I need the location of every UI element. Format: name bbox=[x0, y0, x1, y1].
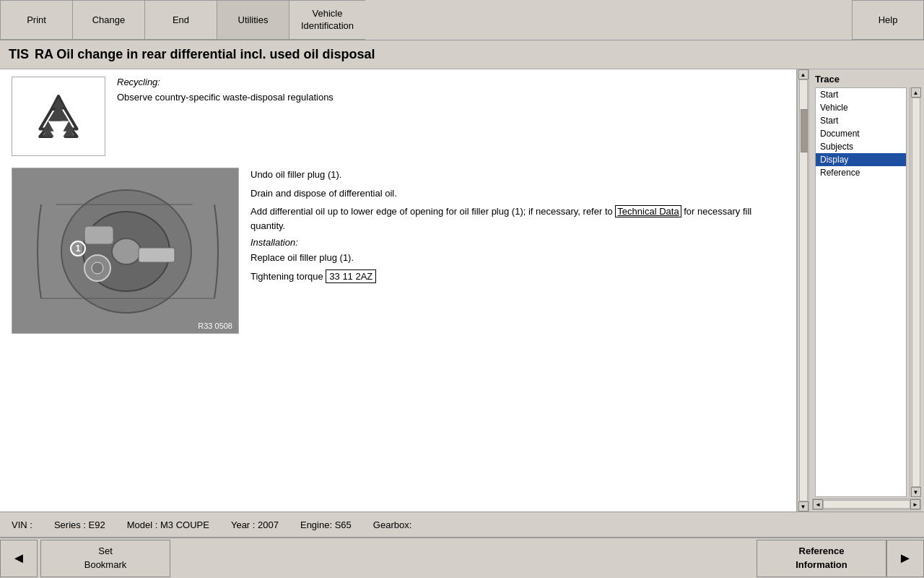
print-button[interactable]: Print bbox=[0, 0, 72, 40]
trace-panel: Trace Start Vehicle Start Document Subje… bbox=[808, 69, 924, 512]
trace-item-display[interactable]: Display bbox=[816, 153, 906, 166]
year-field: Year : 2007 bbox=[231, 519, 279, 530]
oil-change-section: 1 R33 0508 Undo oil filler plug (1). Dra… bbox=[12, 168, 785, 334]
content-scrollbar: ▲ ▼ bbox=[797, 69, 808, 512]
recycling-label: Recycling: bbox=[117, 77, 785, 87]
svg-point-11 bbox=[92, 262, 103, 274]
trace-h-track[interactable] bbox=[823, 500, 910, 509]
torque-value[interactable]: 33 11 2AZ bbox=[326, 269, 376, 283]
set-bookmark-button[interactable]: Set Bookmark bbox=[40, 540, 170, 577]
installation-label: Installation: bbox=[250, 237, 785, 248]
recycle-icon bbox=[30, 87, 87, 145]
trace-item-start1[interactable]: Start bbox=[816, 88, 906, 101]
gearbox-label: Gearbox: bbox=[373, 519, 411, 530]
bottom-bar: ◄ Set Bookmark Reference Information ► bbox=[0, 538, 924, 578]
trace-item-start2[interactable]: Start bbox=[816, 114, 906, 127]
scroll-thumb[interactable] bbox=[801, 109, 808, 152]
circle-number-1: 1 bbox=[70, 241, 86, 256]
engine-value: S65 bbox=[335, 519, 352, 530]
trace-scroll-left[interactable]: ◄ bbox=[813, 499, 823, 509]
content-area: Recycling: Observe country-specific wast… bbox=[0, 69, 797, 512]
main-area: Recycling: Observe country-specific wast… bbox=[0, 69, 924, 512]
year-value: 2007 bbox=[258, 519, 279, 530]
trace-item-vehicle[interactable]: Vehicle bbox=[816, 101, 906, 114]
scroll-down-arrow[interactable]: ▼ bbox=[798, 501, 808, 512]
instruction-1: Undo oil filler plug (1). bbox=[250, 168, 785, 182]
engine-field: Engine: S65 bbox=[300, 519, 352, 530]
forward-button[interactable]: ► bbox=[886, 540, 924, 577]
scroll-track[interactable] bbox=[799, 79, 808, 501]
instruction-3: Add differential oil up to lower edge of… bbox=[250, 204, 785, 233]
image-label: R33 0508 bbox=[198, 322, 232, 330]
toolbar: Print Change End Utilities Vehicle Ident… bbox=[0, 0, 924, 40]
trace-scroll-up[interactable]: ▲ bbox=[911, 87, 921, 98]
recycle-image bbox=[12, 77, 105, 156]
differential-image: 1 R33 0508 bbox=[12, 168, 239, 334]
end-button[interactable]: End bbox=[144, 0, 217, 40]
tightening-prefix: Tightening torque bbox=[250, 271, 326, 282]
svg-rect-4 bbox=[84, 226, 113, 244]
trace-scroll-down[interactable]: ▼ bbox=[911, 487, 921, 497]
vin-label: VIN : bbox=[12, 519, 32, 530]
help-button[interactable]: Help bbox=[852, 0, 924, 40]
status-bar: VIN : Series : E92 Model : M3 COUPE Year… bbox=[0, 512, 924, 538]
series-value: E92 bbox=[89, 519, 105, 530]
change-button[interactable]: Change bbox=[72, 0, 144, 40]
content-scroll-wrapper: Recycling: Observe country-specific wast… bbox=[0, 69, 808, 512]
model-field: Model : M3 COUPE bbox=[127, 519, 209, 530]
technical-data-link[interactable]: Technical Data bbox=[615, 205, 681, 217]
title-text: RA Oil change in rear differential incl.… bbox=[35, 47, 375, 62]
instruction-2: Drain and dispose of differential oil. bbox=[250, 186, 785, 201]
recycling-instruction: Observe country-specific waste-disposal … bbox=[117, 90, 785, 105]
tightening-torque: Tightening torque 33 11 2AZ bbox=[250, 269, 785, 284]
trace-scrollbar-h: ◄ ► bbox=[812, 499, 921, 510]
series-field: Series : E92 bbox=[54, 519, 105, 530]
model-value: M3 COUPE bbox=[160, 519, 209, 530]
scroll-up-arrow[interactable]: ▲ bbox=[798, 69, 808, 79]
trace-item-subjects[interactable]: Subjects bbox=[816, 140, 906, 153]
svg-rect-5 bbox=[139, 248, 175, 262]
trace-scrollbar-v: ▲ ▼ bbox=[910, 87, 921, 497]
differential-svg bbox=[12, 168, 239, 334]
vehicle-id-button[interactable]: Vehicle Identification bbox=[289, 0, 365, 40]
utilities-button[interactable]: Utilities bbox=[217, 0, 289, 40]
trace-scroll-right[interactable]: ► bbox=[910, 499, 920, 509]
installation-instruction: Replace oil filler plug (1). bbox=[250, 251, 785, 265]
engine-label: Engine: bbox=[300, 519, 332, 530]
recycling-text-block: Recycling: Observe country-specific wast… bbox=[117, 77, 785, 156]
trace-item-reference[interactable]: Reference bbox=[816, 166, 906, 179]
trace-header: Trace bbox=[809, 69, 924, 87]
model-label: Model : bbox=[127, 519, 158, 530]
svg-point-3 bbox=[112, 238, 141, 264]
trace-list: Start Vehicle Start Document Subjects Di… bbox=[815, 87, 907, 497]
title-tis: TIS bbox=[9, 47, 29, 62]
year-label: Year : bbox=[231, 519, 256, 530]
trace-item-document[interactable]: Document bbox=[816, 127, 906, 140]
trace-scroll-track[interactable] bbox=[912, 98, 920, 487]
instructions-block: Undo oil filler plug (1). Drain and disp… bbox=[250, 168, 785, 334]
reference-information-button[interactable]: Reference Information bbox=[757, 540, 886, 577]
instruction-3-prefix: Add differential oil up to lower edge of… bbox=[250, 206, 615, 217]
title-bar: TIS RA Oil change in rear differential i… bbox=[0, 40, 924, 69]
series-label: Series : bbox=[54, 519, 86, 530]
recycling-section: Recycling: Observe country-specific wast… bbox=[12, 77, 785, 156]
back-button[interactable]: ◄ bbox=[0, 540, 38, 577]
